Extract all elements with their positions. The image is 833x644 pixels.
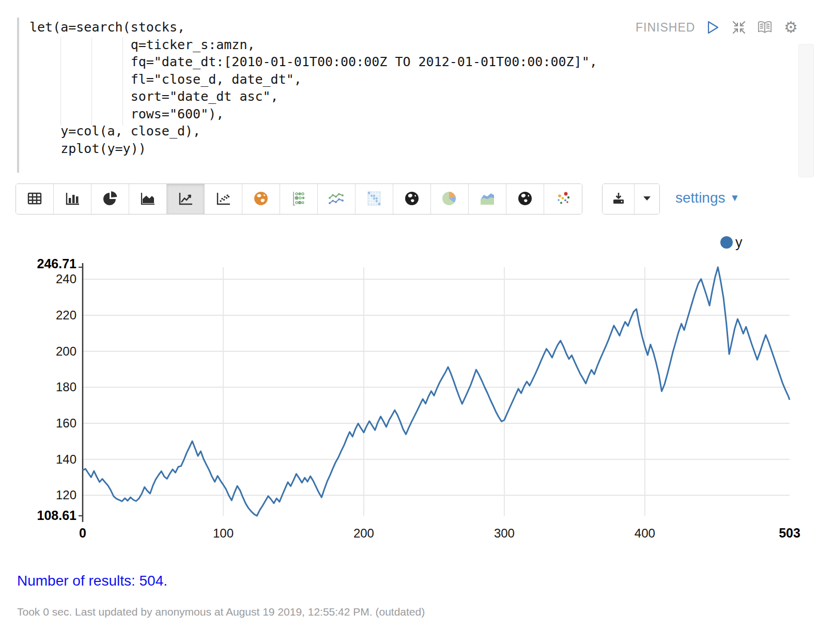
y-max-label: 246.71 (37, 256, 77, 271)
x-tick-label: 100 (213, 526, 234, 540)
chart-type-bubble-button[interactable] (280, 184, 318, 214)
area-colored-icon (479, 191, 496, 208)
legend-label[interactable]: y (735, 235, 743, 250)
pie-chart-icon (102, 191, 118, 208)
chart-type-toolbar: settings ▼ (0, 183, 833, 214)
gear-icon[interactable]: ⚙ (783, 20, 798, 35)
chart-type-multiline-button[interactable] (318, 184, 356, 214)
code-line: zplot(y=y)) (29, 140, 597, 158)
y-min-label: 108.61 (37, 508, 77, 523)
scatter-colored-icon (556, 191, 571, 208)
editor-scrollbar[interactable] (798, 44, 814, 177)
code-line: let(a=search(stocks, (29, 19, 597, 36)
code-line: fl="close_d, date_dt", (29, 71, 597, 88)
pie-colored-icon (441, 190, 458, 208)
x-tick-label: 300 (494, 526, 515, 540)
y-tick-label: 200 (56, 344, 76, 358)
globe-dark-icon (404, 191, 420, 208)
settings-label: settings (675, 190, 726, 206)
heatmap-icon (366, 191, 382, 208)
indent-guide (60, 38, 61, 125)
bar-chart-icon (65, 191, 80, 207)
caret-down-icon (641, 195, 653, 204)
chart-type-group (16, 183, 582, 214)
chart-type-pie2-button[interactable] (431, 184, 469, 214)
bubble-chart-icon (291, 191, 306, 208)
chart-type-line-button[interactable] (167, 184, 205, 214)
x-tick-label: 503 (779, 526, 800, 540)
globe-dark2-icon (517, 191, 533, 208)
line-chart-icon (178, 191, 193, 207)
code-line: y=col(a, close_d), (29, 122, 597, 140)
code-editor[interactable]: let(a=search(stocks, q=ticker_s:amzn, fq… (16, 14, 797, 176)
y-tick-label: 240 (56, 272, 76, 286)
play-icon[interactable] (705, 20, 721, 35)
indent-guide (91, 38, 92, 125)
y-tick-label: 220 (56, 308, 76, 322)
x-tick-label: 400 (635, 526, 655, 540)
indent-guide (122, 38, 123, 125)
area-chart-icon (140, 191, 156, 207)
chart-type-scatter-button[interactable] (205, 184, 242, 214)
chart-type-globe2-button[interactable] (506, 184, 544, 214)
download-group (602, 183, 660, 214)
download-button[interactable] (603, 184, 635, 214)
chart-type-area-button[interactable] (129, 184, 167, 214)
results-summary: Number of results: 504. (17, 573, 167, 589)
chart-type-heatmap-button[interactable] (356, 184, 393, 214)
scatter-chart-icon (215, 191, 231, 207)
line-chart: 120140160180200220240246.71108.610100200… (0, 227, 833, 543)
y-tick-label: 120 (56, 488, 76, 502)
settings-toggle[interactable]: settings ▼ (675, 190, 739, 206)
chart-type-map-button[interactable] (242, 184, 280, 214)
chart-type-area2-button[interactable] (469, 184, 506, 214)
chart-type-scatter2-button[interactable] (544, 184, 582, 214)
collapse-icon[interactable] (731, 20, 747, 35)
code-line: sort="date_dt asc", (29, 88, 597, 105)
y-tick-label: 180 (56, 380, 76, 394)
paragraph-controls: FINISHED ⚙ (636, 20, 798, 35)
legend-dot[interactable] (720, 236, 733, 249)
table-icon (27, 191, 42, 207)
code-line: rows="600"), (29, 105, 597, 123)
chart-type-bar-button[interactable] (54, 184, 91, 214)
series-line (83, 267, 790, 516)
code-line: fq="date_dt:[2010-01-01T00:00:00Z TO 201… (29, 53, 597, 71)
editor-gutter-bar (17, 18, 19, 173)
download-icon (611, 192, 626, 207)
x-tick-label: 200 (353, 526, 374, 540)
y-tick-label: 160 (56, 416, 76, 430)
y-tick-label: 140 (56, 452, 76, 466)
paragraph-status-line: Took 0 sec. Last updated by anonymous at… (17, 606, 425, 618)
chart-type-table-button[interactable] (16, 184, 54, 214)
book-icon[interactable] (757, 20, 773, 35)
status-badge: FINISHED (636, 21, 695, 35)
zeppelin-paragraph: let(a=search(stocks, q=ticker_s:amzn, fq… (0, 0, 833, 644)
settings-caret-icon: ▼ (730, 192, 740, 204)
globe-orange-icon (253, 191, 269, 208)
chart-type-globe-button[interactable] (393, 184, 431, 214)
chart-type-pie-button[interactable] (91, 184, 129, 214)
download-options-button[interactable] (635, 184, 659, 214)
x-tick-label: 0 (79, 526, 86, 540)
multi-line-chart-icon (328, 191, 345, 207)
code-text[interactable]: let(a=search(stocks, q=ticker_s:amzn, fq… (29, 19, 597, 157)
code-line: q=ticker_s:amzn, (29, 36, 597, 54)
